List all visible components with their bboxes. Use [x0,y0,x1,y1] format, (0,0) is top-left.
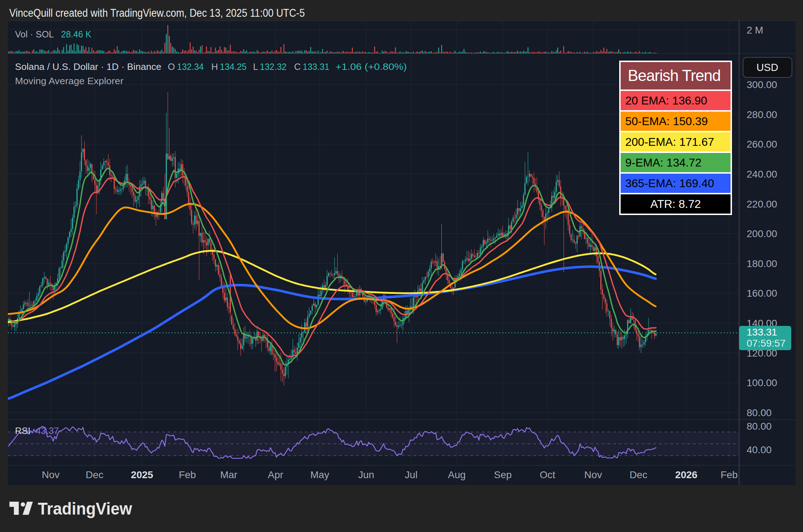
svg-text:Feb: Feb [179,469,196,480]
svg-text:260.00: 260.00 [747,139,777,150]
svg-text:C: C [294,61,301,72]
svg-text:132.32: 132.32 [260,61,287,72]
svg-text:134.25: 134.25 [220,61,247,72]
svg-text:USD: USD [756,62,778,73]
svg-text:Mar: Mar [220,469,237,480]
svg-text:28.46 K: 28.46 K [61,29,92,40]
svg-text:Aug: Aug [448,469,466,480]
svg-text:TradingView: TradingView [38,499,132,518]
svg-text:80.00: 80.00 [747,407,772,418]
svg-text:2 M: 2 M [747,25,763,36]
svg-text:Nov: Nov [584,469,602,480]
svg-text:RSI: RSI [15,425,30,436]
svg-text:VinceQuill created with Tradin: VinceQuill created with TradingView.com,… [9,7,305,19]
svg-text:Solana / U.S. Dollar · 1D · Bi: Solana / U.S. Dollar · 1D · Binance [15,61,161,72]
svg-text:L: L [253,61,258,72]
svg-text:160.00: 160.00 [747,288,777,299]
svg-text:80.00: 80.00 [747,421,772,432]
svg-text:2025: 2025 [131,469,153,480]
svg-text:20 EMA: 136.90: 20 EMA: 136.90 [625,94,707,107]
svg-text:43.37: 43.37 [36,425,59,436]
svg-text:Nov: Nov [42,469,60,480]
svg-text:132.34: 132.34 [177,61,204,72]
svg-text:133.31: 133.31 [747,327,777,338]
svg-text:200-EMA: 171.67: 200-EMA: 171.67 [625,135,714,148]
svg-text:133.31: 133.31 [303,61,329,72]
svg-text:ATR: 8.72: ATR: 8.72 [650,198,701,210]
svg-text:May: May [310,469,329,480]
svg-text:Oct: Oct [540,469,555,480]
svg-text:07:59:57: 07:59:57 [747,338,786,349]
svg-text:280.00: 280.00 [747,109,777,120]
svg-text:Dec: Dec [86,469,103,480]
svg-text:O: O [168,61,175,72]
svg-text:+1.06 (+0.80%): +1.06 (+0.80%) [335,61,407,72]
svg-text:H: H [211,61,218,72]
svg-text:50-EMA: 150.39: 50-EMA: 150.39 [625,115,708,128]
svg-text:2026: 2026 [675,469,697,480]
svg-text:Bearish Trend: Bearish Trend [628,67,721,84]
svg-text:200.00: 200.00 [747,228,777,239]
svg-text:Sep: Sep [494,469,512,480]
svg-text:Vol · SOL: Vol · SOL [15,29,54,40]
svg-text:240.00: 240.00 [747,169,777,180]
svg-text:Jun: Jun [358,469,374,480]
svg-text:300.00: 300.00 [747,79,777,90]
svg-text:Jul: Jul [405,469,418,480]
svg-text:9-EMA: 134.72: 9-EMA: 134.72 [625,156,701,169]
svg-text:Feb: Feb [721,469,738,480]
svg-text:Dec: Dec [630,469,647,480]
svg-text:220.00: 220.00 [747,199,777,210]
svg-text:Apr: Apr [268,469,283,480]
svg-text:Moving Average Explorer: Moving Average Explorer [15,76,123,86]
svg-text:180.00: 180.00 [747,258,777,269]
svg-text:365-EMA: 169.40: 365-EMA: 169.40 [625,177,714,190]
svg-text:100.00: 100.00 [747,377,777,388]
svg-text:40.00: 40.00 [747,444,772,455]
